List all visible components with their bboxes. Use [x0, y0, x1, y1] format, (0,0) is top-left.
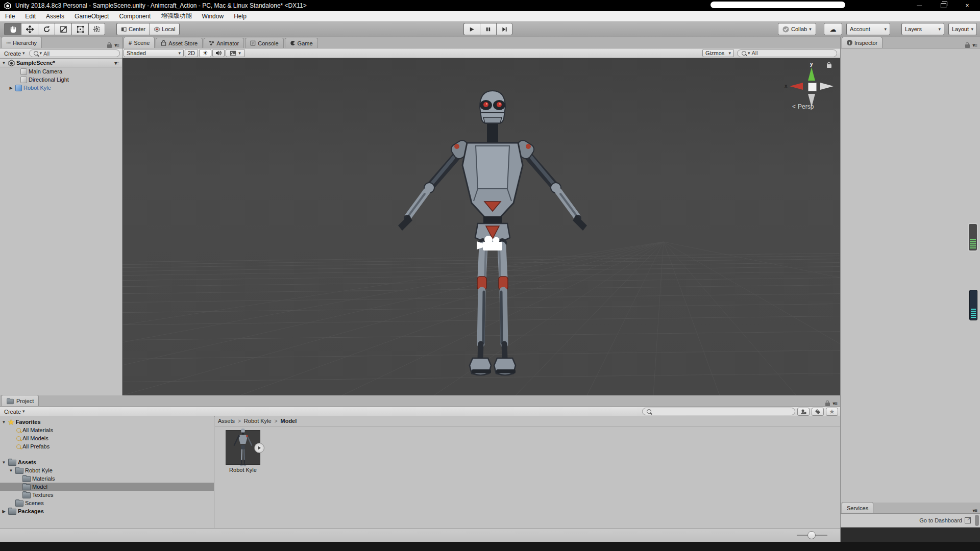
tree-item-all-prefabs[interactable]: All Prefabs	[0, 442, 214, 450]
packages-expander[interactable]: ▶	[1, 509, 7, 514]
projection-label[interactable]: < Persp	[792, 103, 814, 110]
assets-expander[interactable]: ▼	[1, 460, 7, 465]
project-menu-icon[interactable]: ▾≡	[832, 400, 837, 406]
tree-item-all-models[interactable]: All Models	[0, 434, 214, 442]
scene-row-menu-icon[interactable]: ▾≡	[114, 60, 119, 66]
maximize-button[interactable]	[932, 0, 955, 11]
minimize-button[interactable]	[908, 0, 931, 11]
orientation-gizmo[interactable]: y x	[789, 63, 835, 119]
layers-dropdown[interactable]: Layers ▾	[901, 23, 944, 35]
hierarchy-item-main-camera[interactable]: Main Camera	[0, 67, 122, 76]
menu-gameobject[interactable]: GameObject	[69, 11, 114, 21]
tab-console[interactable]: Console	[245, 38, 283, 48]
tree-item-scenes[interactable]: Scenes	[0, 499, 214, 507]
hierarchy-item-robot-kyle[interactable]: ▶ Robot Kyle	[0, 84, 122, 92]
cloud-button[interactable]: ☁	[824, 23, 842, 35]
rect-tool-button[interactable]	[71, 23, 88, 35]
tree-item-favorites[interactable]: ▼ ★ Favorites	[0, 418, 214, 426]
project-create-button[interactable]: Create ▾	[2, 409, 27, 415]
rotate-tool-button[interactable]	[38, 23, 55, 35]
tree-item-robot-kyle[interactable]: ▼ Robot Kyle	[0, 466, 214, 474]
robot-kyle-expander[interactable]: ▼	[8, 468, 14, 473]
play-button[interactable]	[463, 23, 480, 35]
scene-search-input[interactable]: ▾ All	[737, 49, 837, 57]
tab-game[interactable]: Game	[285, 38, 318, 48]
create-dropdown-arrow: ▾	[22, 51, 25, 56]
shading-mode-dropdown[interactable]: Shaded ▾	[124, 49, 184, 57]
project-tab[interactable]: Project	[1, 395, 39, 406]
tab-asset-store[interactable]: Asset Store	[156, 38, 203, 48]
layout-dropdown[interactable]: Layout ▾	[948, 23, 977, 35]
services-scrollbar[interactable]	[975, 515, 979, 526]
inspector-lock-icon[interactable]	[965, 44, 970, 48]
hierarchy-search-input[interactable]: ▾ All	[29, 49, 120, 57]
services-tab[interactable]: Services	[842, 502, 873, 513]
search-by-label-button[interactable]	[812, 408, 824, 416]
breadcrumb-robot-kyle[interactable]: Robot Kyle	[244, 418, 272, 424]
asset-robot-kyle[interactable]: Robot Kyle	[224, 430, 262, 473]
move-tool-button[interactable]	[21, 23, 38, 35]
audio-toggle-button[interactable]	[212, 49, 225, 57]
scale-tool-button[interactable]	[55, 23, 71, 35]
tab-scene[interactable]: # Scene	[124, 37, 155, 48]
2d-toggle-button[interactable]: 2D	[185, 49, 198, 57]
project-search-input[interactable]	[642, 408, 795, 415]
step-button[interactable]	[496, 23, 512, 35]
menu-component[interactable]: Component	[114, 11, 156, 21]
search-by-type-button[interactable]	[797, 408, 810, 416]
tree-item-all-materials[interactable]: All Materials	[0, 426, 214, 434]
breadcrumb-assets[interactable]: Assets	[218, 418, 235, 424]
axis-y-cone[interactable]	[808, 67, 815, 81]
hierarchy-scene-row[interactable]: ▼ SampleScene* ▾≡	[0, 59, 122, 67]
asset-expand-button[interactable]	[254, 443, 264, 453]
tree-item-packages[interactable]: ▶ Packages	[0, 507, 214, 515]
thumbnail-zoom-knob[interactable]	[807, 531, 816, 539]
breadcrumb-model[interactable]: Model	[281, 418, 297, 424]
pause-button[interactable]	[480, 23, 496, 35]
asset-thumbnail[interactable]	[226, 430, 260, 465]
menu-assets[interactable]: Assets	[41, 11, 69, 21]
project-lock-icon[interactable]	[825, 403, 830, 406]
tab-animator[interactable]: Animator	[204, 38, 244, 48]
lock-icon[interactable]	[107, 44, 112, 48]
account-dropdown[interactable]: Account ▾	[846, 23, 890, 35]
panel-menu-icon[interactable]: ▾≡	[114, 42, 119, 48]
hierarchy-item-directional-light[interactable]: Directional Light	[0, 76, 122, 84]
tree-item-textures[interactable]: Textures	[0, 491, 214, 499]
menu-enhanced-features[interactable]: 增强版功能	[156, 11, 197, 21]
edge-indicator-green[interactable]	[968, 223, 978, 252]
lighting-toggle-button[interactable]: ☀	[199, 49, 211, 57]
menu-help[interactable]: Help	[229, 11, 252, 21]
tree-item-materials[interactable]: Materials	[0, 474, 214, 483]
gizmos-dropdown[interactable]: Gizmos ▾	[702, 49, 734, 57]
pivot-toggle-button[interactable]: Center	[116, 23, 150, 35]
gizmo-center-cube[interactable]	[808, 83, 817, 91]
favorites-filter-button[interactable]: ★	[826, 408, 838, 416]
hierarchy-create-button[interactable]: Create ▾	[2, 51, 27, 57]
favorites-expander[interactable]: ▼	[1, 420, 7, 424]
menu-window[interactable]: Window	[197, 11, 229, 21]
expander-open-icon[interactable]: ▼	[1, 61, 7, 65]
tree-item-model-selected[interactable]: Model	[0, 483, 214, 491]
scene-viewport[interactable]: y x < Persp	[122, 58, 840, 395]
menu-edit[interactable]: Edit	[20, 11, 41, 21]
close-button[interactable]: ×	[955, 0, 979, 11]
hierarchy-tab[interactable]: ≔ Hierarchy	[1, 37, 42, 48]
inspector-tab[interactable]: i Inspector	[842, 37, 883, 48]
viewport-lock-icon[interactable]	[827, 64, 831, 68]
inspector-menu-icon[interactable]: ▾≡	[972, 42, 977, 48]
axis-z-cone[interactable]	[820, 83, 834, 90]
transform-tool-button[interactable]	[88, 23, 105, 35]
hand-tool-button[interactable]	[4, 23, 21, 35]
go-to-dashboard-link[interactable]: Go to Dashboard	[919, 517, 962, 523]
robot-kyle-model[interactable]	[378, 89, 607, 380]
axis-x-cone[interactable]	[790, 83, 803, 90]
menu-file[interactable]: File	[0, 11, 20, 21]
collab-button[interactable]: Collab ▾	[778, 23, 816, 35]
effects-dropdown-button[interactable]: ▾	[226, 49, 245, 57]
tree-item-assets[interactable]: ▼ Assets	[0, 458, 214, 466]
expander-closed-icon[interactable]: ▶	[8, 86, 14, 90]
space-toggle-button[interactable]: Local	[150, 23, 180, 35]
services-menu-icon[interactable]: ▾≡	[972, 508, 977, 513]
edge-indicator-teal[interactable]	[969, 290, 977, 320]
